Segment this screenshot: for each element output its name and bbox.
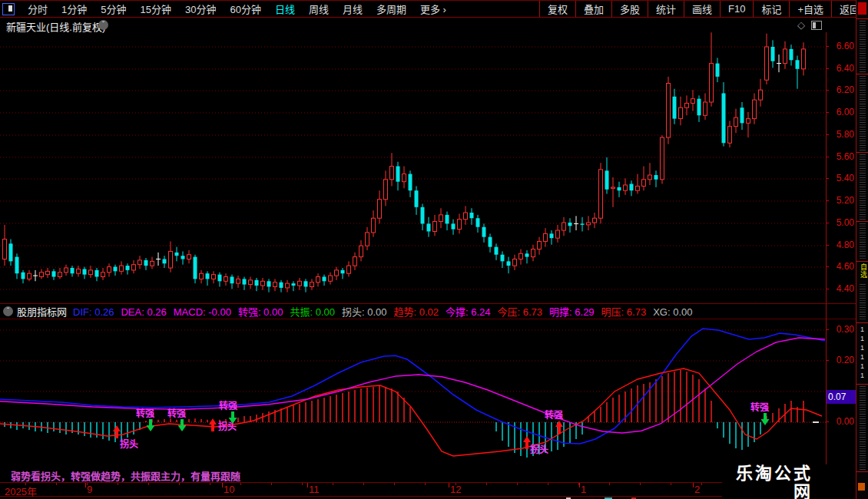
indicator-field-明撑: 明撑: 6.29 bbox=[549, 306, 595, 318]
price-label: 6.60 bbox=[827, 41, 854, 51]
price-label: 0.20 bbox=[827, 355, 854, 365]
month-label-9: 9 bbox=[87, 484, 92, 495]
down-arrow-icon bbox=[178, 419, 187, 431]
price-label: 0.00 bbox=[827, 416, 854, 427]
month-label-1: 1 bbox=[581, 484, 586, 495]
year-label: 2025年 bbox=[5, 484, 37, 498]
price-label: 6.00 bbox=[827, 107, 854, 117]
sidebar-digit: 1 bbox=[860, 353, 864, 361]
line-dea bbox=[0, 338, 825, 433]
price-label: 4.60 bbox=[827, 261, 854, 272]
indicator-chart[interactable]: 拐头转强转强拐头转强拐头转强转强 bbox=[0, 320, 826, 467]
signal-label: 转强 bbox=[167, 408, 186, 419]
sidebar-digit: 1 bbox=[860, 344, 864, 352]
sidebar-tab-favorites[interactable]: 自选 bbox=[859, 263, 868, 279]
toolbar-item-15min[interactable]: 15分钟 bbox=[133, 4, 177, 15]
price-label: 0.30 bbox=[827, 324, 854, 335]
up-arrow-icon bbox=[113, 425, 121, 438]
title-bar: 新疆天业(日线.前复权) ˇ ◇ bbox=[0, 18, 826, 32]
toolbar-item-multi[interactable]: 多周期 bbox=[369, 4, 413, 15]
indicator-chevron-icon[interactable]: ˇ bbox=[3, 306, 13, 316]
toolbar-item-60min[interactable]: 60分钟 bbox=[223, 4, 267, 15]
candles bbox=[3, 32, 806, 292]
toolbar-item-day[interactable]: 日线 bbox=[268, 4, 302, 15]
price-label: 5.40 bbox=[827, 173, 854, 183]
toolbar-item-month[interactable]: 月线 bbox=[336, 4, 369, 15]
toolbar-item-1min[interactable]: 1分钟 bbox=[55, 4, 94, 15]
price-label: 6.40 bbox=[827, 63, 854, 74]
indicator-field-DEA: DEA: 0.26 bbox=[121, 306, 166, 318]
period-tabs: 分时1分钟5分钟15分钟30分钟60分钟日线周线月线多周期更多 › bbox=[21, 2, 453, 16]
sidebar-digit: 1 bbox=[860, 335, 864, 342]
toolbar-item-week[interactable]: 周线 bbox=[302, 4, 336, 15]
month-label-11: 11 bbox=[309, 484, 320, 495]
toolbar-item-5min[interactable]: 5分钟 bbox=[94, 4, 133, 15]
up-arrow-icon bbox=[209, 418, 217, 431]
indicator-header: ˇ 股朋指标网 DIF: 0.26DEA: 0.26MACD: -0.00转强:… bbox=[0, 303, 868, 319]
signal-label: 转强 bbox=[136, 408, 154, 419]
toolbar-action-zixuan[interactable]: +自选 bbox=[789, 1, 831, 17]
signal-label: 转强 bbox=[219, 400, 237, 411]
indicator-field-XG: XG: 0.00 bbox=[653, 306, 692, 318]
watermark: 乐淘公式网 www.60lt.com bbox=[722, 464, 855, 499]
toolbar-item-fenshi[interactable]: 分时 bbox=[21, 4, 55, 15]
indicator-field-DIF: DIF: 0.26 bbox=[73, 306, 114, 318]
signal-label: 拐头 bbox=[120, 438, 138, 450]
toolbar-item-30min[interactable]: 30分钟 bbox=[178, 4, 223, 15]
toolbar-action-biaoji[interactable]: 标记 bbox=[753, 1, 789, 17]
app-logo-icon[interactable] bbox=[2, 3, 15, 15]
indicator-name: 股朋指标网 bbox=[17, 304, 67, 319]
main-candlestick-chart[interactable] bbox=[0, 32, 826, 302]
toolbar-item-more[interactable]: 更多 › bbox=[413, 4, 453, 15]
diamond-icon[interactable]: ◇ bbox=[797, 19, 805, 31]
sidebar-digit: 1 bbox=[860, 362, 864, 370]
month-label-12: 12 bbox=[450, 484, 461, 495]
down-arrow-icon bbox=[147, 419, 155, 431]
current-value-tag: 0.07 bbox=[826, 390, 856, 404]
price-label: 4.80 bbox=[827, 240, 854, 250]
down-arrow-icon bbox=[761, 413, 770, 425]
price-label: 5.80 bbox=[827, 129, 854, 140]
signal-label: 拐头 bbox=[218, 421, 237, 432]
pane-layout-icon[interactable] bbox=[811, 21, 822, 30]
toolbar-action-huaxian[interactable]: 画线 bbox=[684, 1, 720, 17]
price-label: 4.40 bbox=[827, 283, 854, 294]
sidebar-digit: 1 bbox=[860, 372, 864, 379]
indicator-field-今压: 今压: 6.73 bbox=[498, 306, 543, 318]
top-toolbar: 分时1分钟5分钟15分钟30分钟60分钟日线周线月线多周期更多 › 复权叠加多股… bbox=[0, 0, 868, 18]
signal-label: 拐头 bbox=[530, 444, 548, 455]
sidebar-digit: 1 bbox=[860, 326, 864, 333]
toolbar-action-diejia[interactable]: 叠加 bbox=[575, 1, 611, 17]
price-label: 5.00 bbox=[827, 217, 854, 228]
price-label: 6.20 bbox=[827, 84, 854, 95]
indicator-field-趋势: 趋势: 0.02 bbox=[393, 306, 439, 318]
chevron-down-icon[interactable]: ˇ bbox=[98, 20, 108, 30]
signal-label: 转强 bbox=[545, 409, 563, 421]
strategy-tip: 弱势看拐头，转强做趋势，共振跟主力，有量再跟随 bbox=[11, 468, 240, 483]
axis-border bbox=[826, 32, 827, 497]
indicator-values: DIF: 0.26DEA: 0.26MACD: -0.00转强: 0.00共振:… bbox=[73, 304, 699, 319]
indicator-field-拐头: 拐头: 0.00 bbox=[342, 306, 387, 318]
indicator-field-MACD: MACD: -0.00 bbox=[174, 306, 231, 318]
toolbar-action-f10[interactable]: F10 bbox=[720, 1, 753, 17]
toolbar-action-fuquan[interactable]: 复权 bbox=[539, 1, 575, 17]
panel-collapse-icon[interactable] bbox=[858, 2, 866, 15]
month-label-10: 10 bbox=[224, 484, 234, 495]
watermark-title: 乐淘公式网 bbox=[722, 464, 855, 499]
indicator-field-明压: 明压: 6.73 bbox=[601, 306, 647, 318]
toolbar-actions: 复权叠加多股统计画线F10标记+自选返回 bbox=[539, 1, 868, 17]
trading-app-window: 分时1分钟5分钟15分钟30分钟60分钟日线周线月线多周期更多 › 复权叠加多股… bbox=[0, 0, 868, 499]
price-label: 5.20 bbox=[827, 195, 854, 206]
toolbar-action-duogu[interactable]: 多股 bbox=[611, 1, 648, 17]
signal-label: 转强 bbox=[750, 402, 769, 413]
line-dif bbox=[0, 329, 825, 444]
indicator-field-共振: 共振: 0.00 bbox=[290, 306, 335, 318]
toolbar-action-tongji[interactable]: 统计 bbox=[648, 1, 684, 17]
price-label: 5.60 bbox=[827, 151, 854, 162]
right-panel-strip[interactable]: 自选111111 bbox=[856, 0, 868, 499]
indicator-field-今撑: 今撑: 6.24 bbox=[446, 306, 491, 318]
month-label-2: 2 bbox=[694, 484, 700, 495]
indicator-field-转强: 转强: 0.00 bbox=[238, 306, 283, 318]
